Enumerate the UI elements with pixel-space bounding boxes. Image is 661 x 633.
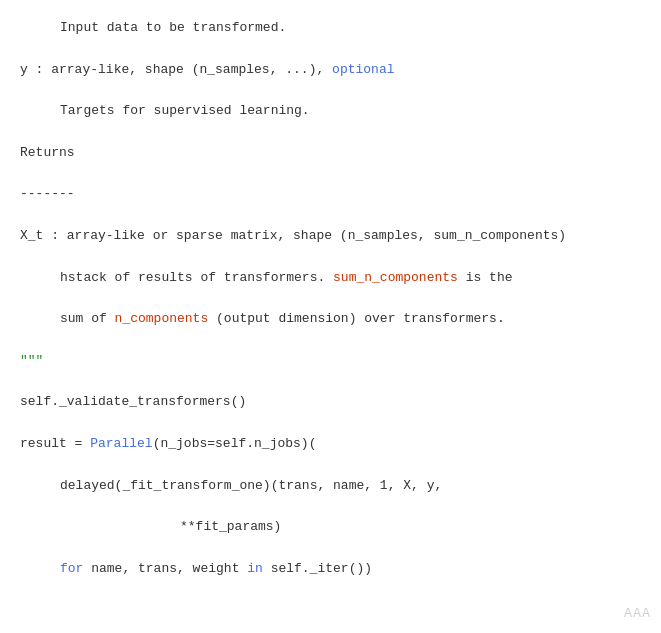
code-text: self._validate_transformers() [20, 394, 246, 409]
code-text: : [28, 62, 51, 77]
code-text: Parallel [90, 436, 152, 451]
code-text: y [20, 62, 28, 77]
code-line: sum of n_components (output dimension) o… [20, 309, 641, 330]
code-line [20, 455, 641, 476]
code-text: (output dimension) over transformers. [208, 311, 504, 326]
code-line: Targets for supervised learning. [20, 101, 641, 122]
code-text: Returns [20, 145, 75, 160]
code-line: X_t : array-like or sparse matrix, shape… [20, 226, 641, 247]
code-line: y : array-like, shape (n_samples, ...), … [20, 60, 641, 81]
code-line [20, 496, 641, 517]
code-text: is the [458, 270, 513, 285]
code-line [20, 247, 641, 268]
code-text: array-like, shape (n_samples, ...), [51, 62, 332, 77]
watermark: AAA [624, 604, 651, 623]
code-text: for [60, 561, 83, 576]
code-text: n_components [115, 311, 209, 326]
code-text: """ [20, 353, 43, 368]
code-line [20, 413, 641, 434]
code-text: sum of [60, 311, 115, 326]
code-line: """ [20, 351, 641, 372]
code-text: Targets for supervised learning. [60, 103, 310, 118]
code-text: name, trans, weight [83, 561, 247, 576]
code-line: Input data to be transformed. [20, 18, 641, 39]
code-text: optional [332, 62, 394, 77]
code-text: in [247, 561, 263, 576]
code-text: array-like or sparse matrix, shape (n_sa… [67, 228, 566, 243]
code-line: ------- [20, 184, 641, 205]
code-line [20, 538, 641, 559]
code-text: **fit_params) [180, 519, 281, 534]
code-line [20, 288, 641, 309]
code-line: self._validate_transformers() [20, 392, 641, 413]
code-line: **fit_params) [20, 517, 641, 538]
code-line [20, 372, 641, 393]
code-text: : [43, 228, 66, 243]
code-text: hstack of results of transformers. [60, 270, 333, 285]
code-line [20, 122, 641, 143]
code-text: X_t [20, 228, 43, 243]
code-line: for name, trans, weight in self._iter()) [20, 559, 641, 580]
code-text: Input data to be transformed. [60, 20, 286, 35]
code-line [20, 164, 641, 185]
code-text: delayed(_fit_transform_one)(trans, name,… [60, 478, 442, 493]
code-line [20, 80, 641, 101]
code-line [20, 330, 641, 351]
code-line [20, 205, 641, 226]
code-line: hstack of results of transformers. sum_n… [20, 268, 641, 289]
code-text: ------- [20, 186, 75, 201]
code-text: sum_n_components [333, 270, 458, 285]
code-text: result = [20, 436, 90, 451]
code-line: delayed(_fit_transform_one)(trans, name,… [20, 476, 641, 497]
code-text: (n_jobs=self.n_jobs)( [153, 436, 317, 451]
code-line: result = Parallel(n_jobs=self.n_jobs)( [20, 434, 641, 455]
code-block: Input data to be transformed. y : array-… [20, 10, 641, 588]
code-line: Returns [20, 143, 641, 164]
code-line [20, 39, 641, 60]
code-text: self._iter()) [263, 561, 372, 576]
